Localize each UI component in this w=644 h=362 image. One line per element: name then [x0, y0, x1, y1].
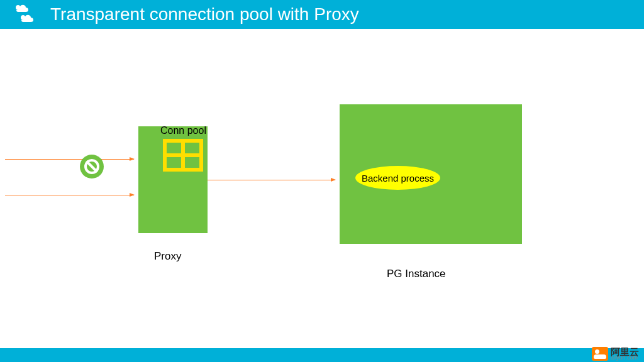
slide-title: Transparent connection pool with Proxy: [50, 4, 359, 25]
slide-footer: [0, 348, 644, 362]
slide-header: Transparent connection pool with Proxy: [0, 0, 644, 29]
brand-name-en: aliyun.com: [611, 355, 639, 361]
arrow-client-to-proxy-2: [5, 195, 134, 195]
arrow-client-to-proxy-1: [5, 159, 134, 160]
conn-pool-label: Conn pool: [160, 125, 206, 136]
proxy-label: Proxy: [154, 250, 181, 263]
backend-process-ellipse: Backend process: [355, 166, 440, 190]
backend-process-label: Backend process: [362, 173, 434, 184]
block-icon: [80, 155, 104, 178]
arrow-proxy-to-pg: [208, 180, 335, 180]
connection-pool-grid-icon: [163, 139, 203, 172]
brand-badge: 阿里云 aliyun.com: [592, 347, 639, 361]
aliyun-logo-icon: [592, 347, 608, 361]
pg-instance-label: PG Instance: [387, 268, 446, 280]
diagram-area: Conn pool Proxy Backend process PG Insta…: [0, 29, 644, 343]
cloud-logo-icon: [0, 0, 50, 29]
